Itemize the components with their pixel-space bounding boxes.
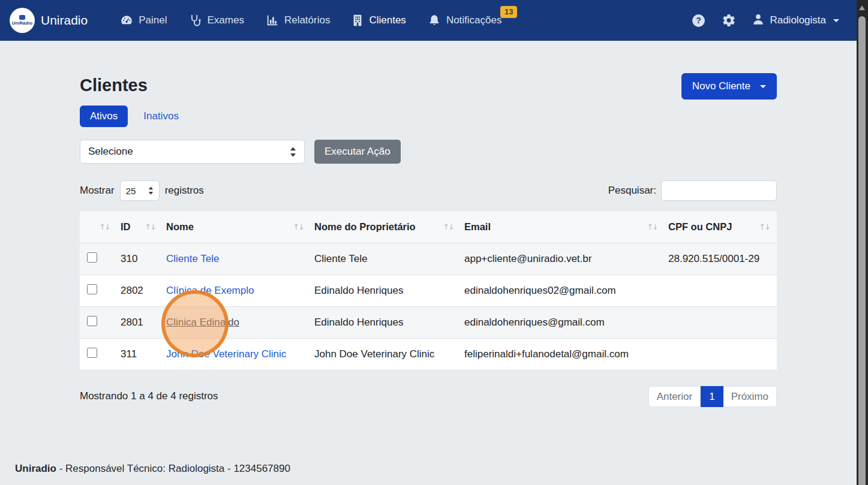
scroll-up-arrow-icon[interactable]	[859, 5, 865, 10]
clients-table: ↑↓ ID↑↓ Nome↑↓ Nome do Proprietário↑↓ Em…	[80, 212, 777, 370]
top-navbar: UniRadio Uniradio Painel Exames Relatóri…	[0, 0, 868, 41]
brand[interactable]: UniRadio Uniradio	[10, 8, 88, 33]
pagination-previous[interactable]: Anterior	[648, 386, 701, 407]
nav-item-label: Clientes	[369, 14, 406, 26]
action-select-value: Selecione	[88, 146, 133, 158]
cell-cpf-cnpj: 28.920.515/0001-29	[665, 243, 777, 275]
sort-arrows-icon: ↑↓	[647, 222, 661, 231]
help-button[interactable]: ?	[691, 13, 706, 28]
table-header-row: ↑↓ ID↑↓ Nome↑↓ Nome do Proprietário↑↓ Em…	[80, 212, 777, 243]
user-menu[interactable]: Radiologista	[752, 13, 839, 29]
cell-proprietario: John Doe Veterinary Clinic	[311, 338, 461, 370]
user-icon	[752, 13, 765, 29]
nav-menu: Painel Exames Relatórios Clientes Notifi…	[120, 14, 501, 27]
page-size-select[interactable]: 25	[120, 180, 160, 201]
select-arrows-icon	[148, 186, 154, 195]
bar-chart-icon	[266, 14, 279, 27]
chevron-down-icon	[833, 19, 839, 22]
bell-icon	[428, 14, 441, 27]
cell-cpf-cnpj	[665, 275, 777, 306]
select-arrows-icon	[290, 147, 296, 157]
navbar-right: ? Radiologista	[691, 13, 839, 29]
nav-item-relatorios[interactable]: Relatórios	[266, 14, 331, 27]
sort-arrows-icon: ↑↓	[293, 222, 307, 231]
building-icon	[352, 14, 364, 27]
svg-text:?: ?	[696, 16, 702, 25]
footer: Uniradio - Responsável Técnico: Radiolog…	[15, 463, 290, 475]
nav-item-label: Notificações	[446, 14, 502, 26]
cell-id: 311	[117, 338, 163, 370]
gear-icon[interactable]	[722, 13, 736, 28]
nav-item-painel[interactable]: Painel	[120, 14, 167, 27]
execute-action-button[interactable]: Executar Ação	[314, 140, 401, 164]
footer-brand: Uniradio	[15, 463, 56, 474]
pagination: Anterior 1 Próximo	[648, 386, 777, 407]
search-control: Pesquisar:	[608, 180, 777, 201]
new-client-button[interactable]: Novo Cliente	[681, 73, 777, 100]
stethoscope-icon	[188, 14, 202, 27]
gauge-icon	[120, 14, 133, 27]
table-row: 310 Cliente Tele Cliente Tele app+client…	[80, 243, 777, 275]
row-checkbox[interactable]	[87, 348, 97, 358]
column-header-cpf-cnpj[interactable]: CPF ou CNPJ↑↓	[665, 212, 777, 243]
table-row: 311 John Doe Veterinary Clinic John Doe …	[80, 338, 777, 370]
nav-item-label: Painel	[139, 14, 167, 26]
column-header-id[interactable]: ID↑↓	[117, 212, 163, 243]
brand-name: Uniradio	[41, 13, 88, 28]
cell-id: 2802	[117, 275, 163, 306]
records-label: registros	[165, 185, 204, 197]
nav-item-exames[interactable]: Exames	[188, 14, 244, 27]
show-label: Mostrar	[80, 185, 115, 197]
pagination-next[interactable]: Próximo	[723, 386, 777, 407]
sort-arrows-icon: ↑↓	[443, 222, 457, 231]
chevron-down-icon	[760, 85, 766, 88]
main-content: Clientes Novo Cliente Ativos Inativos Se…	[80, 41, 777, 407]
cell-proprietario: Cliente Tele	[311, 243, 461, 275]
logo-mark-icon	[19, 15, 25, 20]
cell-cpf-cnpj	[665, 338, 777, 370]
notifications-badge[interactable]: 13	[500, 6, 517, 18]
table-info: Mostrando 1 a 4 de 4 registros	[80, 390, 218, 402]
new-client-label: Novo Cliente	[692, 80, 750, 92]
row-checkbox[interactable]	[87, 284, 97, 294]
nav-item-notificacoes[interactable]: Notificações 13	[428, 14, 502, 27]
nav-item-label: Exames	[207, 14, 244, 26]
page-size-value: 25	[126, 186, 136, 196]
sort-arrows-icon: ↑↓	[759, 222, 773, 231]
uniradio-logo: UniRadio	[10, 8, 35, 33]
cell-proprietario: Edinaldo Henriques	[311, 306, 461, 338]
logo-text: UniRadio	[12, 20, 33, 26]
row-checkbox[interactable]	[87, 316, 97, 326]
scrollbar-thumb[interactable]	[858, 16, 866, 485]
table-row: 2802 Clínica de Exemplo Edinaldo Henriqu…	[80, 275, 777, 306]
column-header-select[interactable]: ↑↓	[80, 212, 117, 243]
cell-email: edinaldohenriques02@gmail.com	[461, 275, 665, 306]
client-name-link-hovered[interactable]: Clinica Edinaldo	[166, 317, 239, 328]
column-header-proprietario[interactable]: Nome do Proprietário↑↓	[311, 212, 461, 243]
cell-cpf-cnpj	[665, 306, 777, 338]
row-checkbox[interactable]	[87, 252, 97, 263]
cell-id: 2801	[117, 306, 163, 338]
table-row: 2801 Clinica Edinaldo Edinaldo Henriques…	[80, 306, 777, 338]
tab-inativos[interactable]: Inativos	[143, 110, 179, 122]
action-select[interactable]: Selecione	[80, 140, 305, 164]
user-name: Radiologista	[770, 14, 826, 26]
cell-email: app+cliente@uniradio.vet.br	[461, 243, 665, 275]
pagination-current-page[interactable]: 1	[701, 386, 723, 407]
footer-text: - Responsável Técnico: Radiologista - 12…	[56, 463, 290, 474]
column-header-email[interactable]: Email↑↓	[461, 212, 665, 243]
status-tabs: Ativos Inativos	[80, 106, 777, 127]
client-name-link[interactable]: Clínica de Exemplo	[166, 285, 254, 296]
sort-arrows-icon: ↑↓	[145, 222, 159, 231]
vertical-scrollbar[interactable]	[857, 0, 868, 485]
search-input[interactable]	[661, 180, 777, 201]
search-label: Pesquisar:	[608, 185, 656, 197]
nav-item-clientes[interactable]: Clientes	[352, 14, 406, 27]
client-name-link[interactable]: Cliente Tele	[166, 253, 220, 264]
tab-ativos[interactable]: Ativos	[80, 106, 128, 127]
page-title: Clientes	[80, 73, 148, 97]
column-header-nome[interactable]: Nome↑↓	[163, 212, 311, 243]
cell-email: edinaldohenriques@gmail.com	[461, 306, 665, 338]
page-size-control: Mostrar 25 registros	[80, 180, 204, 201]
client-name-link[interactable]: John Doe Veterinary Clinic	[166, 348, 286, 360]
